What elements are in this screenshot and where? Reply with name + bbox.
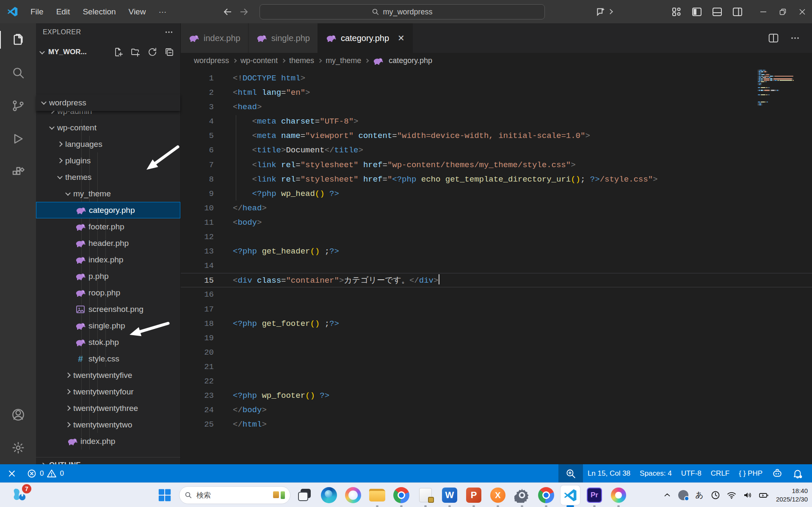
tree-file-footer.php[interactable]: footer.php [36, 218, 180, 235]
menu-file[interactable]: File [24, 5, 50, 19]
taskbar-chrome-2-icon[interactable] [536, 485, 556, 505]
code-line-15[interactable]: 15<div class="container">カテゴリーです。</div> [181, 273, 812, 287]
tree-folder-wordpress[interactable]: wordpress [36, 94, 180, 111]
tree-file-stok.php[interactable]: stok.php [36, 334, 180, 350]
code-line-25[interactable]: 25</html> [181, 417, 812, 432]
back-arrow-icon[interactable] [223, 7, 233, 17]
tree-folder-languages[interactable]: languages [36, 136, 180, 152]
taskbar-xampp-icon[interactable]: X [488, 485, 508, 505]
toggle-panel-icon[interactable] [712, 7, 722, 17]
activity-extensions-icon[interactable] [0, 155, 36, 188]
command-center-search[interactable]: my_wordpress [260, 4, 545, 19]
tree-file-header.php[interactable]: header.php [36, 235, 180, 251]
code-line-8[interactable]: 8 <link rel="stylesheet" href="<?php ech… [181, 172, 812, 187]
menu-selection[interactable]: Selection [76, 5, 122, 19]
tree-folder-twentytwentythree[interactable]: twentytwentythree [36, 400, 180, 416]
code-line-4[interactable]: 4 <meta charset="UTF-8"> [181, 114, 812, 129]
code-line-3[interactable]: 3<head> [181, 100, 812, 114]
menu-more[interactable]: ··· [152, 5, 173, 19]
language-indicator[interactable]: { } PHP [734, 464, 767, 482]
breadcrumb-item[interactable]: wordpress [194, 56, 229, 65]
tree-file-p.php[interactable]: p.php [36, 268, 180, 284]
tree-folder-wp-content[interactable]: wp-content [36, 119, 180, 136]
taskbar-settings-app-icon[interactable] [512, 485, 532, 505]
restore-button[interactable] [773, 0, 793, 23]
tree-folder-twentytwentyfive[interactable]: twentytwentyfive [36, 367, 180, 383]
code-line-13[interactable]: 13<?php get_header() ;?> [181, 244, 812, 259]
tree-folder-plugins[interactable]: plugins [36, 152, 180, 169]
taskbar-journal-icon[interactable] [416, 485, 435, 505]
tab-category.php[interactable]: category.php✕ [318, 23, 413, 53]
taskbar-premiere-icon[interactable]: Pr [585, 485, 604, 505]
code-line-11[interactable]: 11<body> [181, 215, 812, 230]
breadcrumb-item[interactable]: wp-content [240, 56, 278, 65]
code-line-16[interactable]: 16 [181, 287, 812, 302]
tree-file-roop.php[interactable]: roop.php [36, 284, 180, 301]
zoom-indicator[interactable] [558, 464, 583, 482]
taskbar-powerpoint-icon[interactable]: P [464, 485, 483, 505]
breadcrumb-item[interactable]: themes [289, 56, 314, 65]
toggle-primary-sidebar-icon[interactable] [692, 7, 702, 17]
tree-file-screenshot.png[interactable]: screenshot.png [36, 301, 180, 317]
remote-indicator[interactable] [3, 464, 22, 482]
tray-user-icon[interactable] [677, 489, 690, 501]
code-line-22[interactable]: 22 [181, 374, 812, 389]
taskbar-start-icon[interactable] [155, 485, 174, 505]
taskbar-file-explorer-icon[interactable] [367, 485, 387, 505]
taskbar-clock[interactable]: 18:402025/12/30 [776, 487, 808, 504]
tree-file-index.php[interactable]: index.php [36, 433, 180, 449]
battery-icon[interactable] [757, 489, 770, 501]
cursor-position[interactable]: Ln 15, Col 38 [583, 464, 635, 482]
code-line-10[interactable]: 10</head> [181, 201, 812, 215]
code-line-17[interactable]: 17 [181, 302, 812, 317]
code-line-12[interactable]: 12 [181, 230, 812, 244]
activity-explorer-icon[interactable] [0, 23, 36, 56]
code-line-5[interactable]: 5 <meta name="viewport" content="width=d… [181, 129, 812, 143]
code-line-7[interactable]: 7 <link rel="stylesheet" href="wp-conten… [181, 158, 812, 172]
split-editor-icon[interactable] [768, 33, 779, 44]
taskbar-task-view-icon[interactable] [295, 485, 315, 505]
code-line-24[interactable]: 24</body> [181, 403, 812, 417]
activity-search-icon[interactable] [0, 56, 36, 89]
indentation-indicator[interactable]: Spaces: 4 [635, 464, 677, 482]
tray-clock-icon[interactable] [709, 489, 722, 501]
customize-layout-icon[interactable] [671, 7, 682, 17]
tree-file-style.css[interactable]: #style.css [36, 350, 180, 367]
eol-indicator[interactable]: CRLF [706, 464, 734, 482]
taskbar-weather-widget[interactable]: 7 [11, 486, 30, 505]
encoding-indicator[interactable]: UTF-8 [677, 464, 706, 482]
wifi-icon[interactable] [725, 489, 738, 501]
menu-edit[interactable]: Edit [50, 5, 77, 19]
close-button[interactable] [793, 0, 812, 23]
tree-file-index.php[interactable]: index.php [36, 251, 180, 268]
menu-view[interactable]: View [122, 5, 152, 19]
code-line-6[interactable]: 6 <title>Document</title> [181, 143, 812, 157]
taskbar-vscode-icon[interactable] [561, 485, 580, 505]
code-line-2[interactable]: 2<html lang="en"> [181, 85, 812, 100]
code-line-1[interactable]: 1<!DOCTYPE html> [181, 71, 812, 85]
tray-chevron-icon[interactable] [661, 489, 674, 501]
close-tab-icon[interactable]: ✕ [398, 33, 405, 43]
activity-settings-icon[interactable] [0, 431, 36, 464]
ime-icon[interactable]: あ [693, 489, 706, 501]
volume-icon[interactable] [741, 489, 754, 501]
minimap[interactable] [758, 70, 794, 106]
tree-folder-my_theme[interactable]: my_theme [36, 185, 180, 202]
tree-folder-twentytwentyfour[interactable]: twentytwentyfour [36, 383, 180, 400]
tree-file-category.php[interactable]: category.php [36, 202, 180, 218]
code-line-20[interactable]: 20 [181, 345, 812, 360]
activity-account-icon[interactable] [0, 398, 36, 431]
taskbar-search-box[interactable]: 検索 [179, 486, 290, 504]
forward-arrow-icon[interactable] [239, 7, 249, 17]
editor-more-actions-icon[interactable] [790, 33, 800, 43]
activity-run-debug-icon[interactable] [0, 122, 36, 155]
code-line-23[interactable]: 23<?php wp_footer() ?> [181, 389, 812, 403]
tree-file-single.php[interactable]: single.php [36, 317, 180, 334]
breadcrumb-item[interactable]: category.php [389, 56, 432, 65]
code-line-21[interactable]: 21 [181, 360, 812, 374]
taskbar-copilot-icon[interactable] [343, 485, 363, 505]
tree-folder-themes[interactable]: themes [36, 169, 180, 185]
toggle-secondary-sidebar-icon[interactable] [732, 7, 743, 17]
code-line-18[interactable]: 18<?php get_footer() ;?> [181, 317, 812, 331]
code-line-19[interactable]: 19 [181, 331, 812, 345]
